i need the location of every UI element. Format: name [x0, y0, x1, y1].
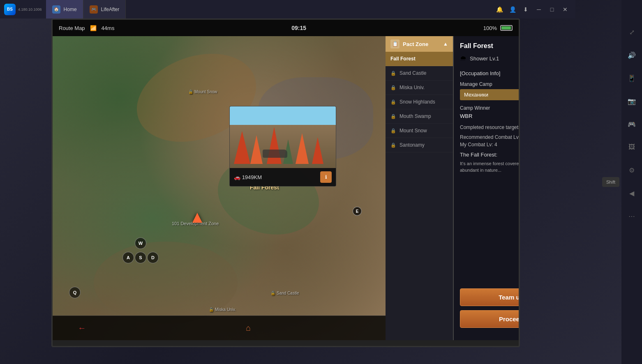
shift-button[interactable]: Shift [602, 177, 619, 187]
description-section: The Fall Forest: It's an immense forest … [460, 152, 520, 174]
preview-info-btn[interactable]: ℹ [320, 171, 332, 183]
arrow-icon[interactable]: ◀ [624, 186, 639, 200]
proceed-button[interactable]: Proceed [460, 310, 520, 328]
download-icon[interactable]: ⬇ [522, 6, 530, 13]
sand-castle-lock-icon: 🔒 [390, 71, 396, 76]
weather-row: 🌧 Shower Lv.1 [460, 55, 520, 62]
minimize-btn[interactable]: ─ [535, 6, 543, 13]
tab-home-label: Home [64, 7, 77, 12]
mouth-swamp-label: Mouth Swamp [400, 113, 431, 119]
snow-highlands-label: Snow Highlands [400, 99, 435, 105]
weather-text: Shower Lv.1 [470, 55, 499, 62]
preview-image [230, 106, 336, 168]
info-panel-title: Fall Forest [460, 42, 520, 50]
tab-lifeafter-label: LifeAfter [101, 7, 120, 12]
game-status-bar: Route Map 📶 44ms 09:15 100% [53, 20, 519, 36]
account-icon[interactable]: 👤 [508, 6, 517, 13]
expand-icon[interactable]: ⤢ [624, 25, 639, 39]
back-button[interactable]: ← [65, 320, 98, 336]
player-arrow [192, 213, 202, 223]
sand-castle-label: Sand Castle [400, 70, 426, 76]
description-title: The Fall Forest: [460, 152, 520, 158]
close-btn[interactable]: ✕ [561, 6, 569, 13]
wifi-icon: 📶 [90, 25, 97, 31]
manage-camp-label: Manage Camp [460, 81, 520, 87]
tab-lifeafter[interactable]: 🎮 LifeAfter [83, 0, 126, 18]
occupation-label: [Occupation Info] [460, 70, 500, 76]
description-text: It's an immense forest covered with red … [460, 160, 520, 174]
pact-zone-header-left: 📋 Pact Zone [390, 39, 428, 48]
action-buttons: Team up Proceed [460, 288, 520, 328]
more-icon[interactable]: ⋯ [624, 209, 639, 223]
top-bar-controls: 🔔 👤 ⬇ ─ □ ✕ [489, 0, 575, 18]
w-key[interactable]: W [135, 237, 146, 249]
location-item-sand-castle[interactable]: 🔒 Sand Castle [386, 66, 453, 81]
right-sidebar: ⤢ 🔊 📱 📷 🎮 🖼 ⚙ ◀ ⋯ [621, 0, 642, 364]
battery-bar [500, 25, 513, 31]
game-area: Route Map 📶 44ms 09:15 100% 🔒 [51, 18, 520, 347]
location-item-fall-forest[interactable]: Fall Forest [386, 52, 453, 66]
team-up-button[interactable]: Team up [460, 288, 520, 306]
occupation-header: [Occupation Info] 📋 [460, 68, 520, 78]
notification-icon[interactable]: 🔔 [495, 6, 503, 13]
route-map-label: Route Map [59, 25, 85, 31]
status-right: 100% [483, 25, 513, 31]
e-key[interactable]: E [353, 207, 362, 216]
battery-fill [501, 26, 511, 30]
pact-zone-label: Pact Zone [403, 41, 428, 47]
location-sidebar: 📋 Pact Zone ▲ Fall Forest 🔒 Sand Castle … [386, 36, 453, 340]
mount-snow-lock-icon: 🔒 [390, 128, 396, 134]
a-key[interactable]: A [122, 252, 134, 263]
back-arrow-icon: ← [78, 323, 86, 333]
camp-winner-label: Camp Winner [460, 105, 520, 111]
map-container[interactable]: 🔒 Mount Snow wHighlands Fall Forest 101 … [53, 36, 386, 340]
snow-highlands-lock-icon: 🔒 [390, 99, 396, 105]
portrait-icon[interactable]: 📱 [624, 71, 639, 85]
ping-label: 44ms [102, 25, 115, 31]
bs-version: 4.180.10.1006 [18, 7, 42, 12]
gamepad-icon[interactable]: 🎮 [624, 117, 639, 131]
mouth-swamp-lock-icon: 🔒 [390, 114, 396, 119]
santonamy-lock-icon: 🔒 [390, 143, 396, 148]
location-item-santonamy[interactable]: 🔒 Santonamy [386, 138, 453, 152]
miska-lock-icon: 🔒 [390, 85, 396, 90]
home-tab-icon: 🏠 [52, 5, 60, 14]
d-key[interactable]: D [147, 252, 159, 263]
combat-lv-mine: My Combat Lv: 4 [460, 142, 520, 147]
camp-name-box: Механики [460, 89, 520, 100]
terrain-patch-3 [94, 242, 238, 324]
settings-icon[interactable]: ⚙ [624, 163, 639, 177]
s-key[interactable]: S [135, 252, 146, 263]
camp-winner-value: WBR [460, 113, 520, 119]
resource-text: Completed resource targets too [460, 124, 520, 131]
combat-lv-recommended: Recommended Combat Lv: 1 [460, 134, 520, 140]
q-key[interactable]: Q [69, 287, 81, 298]
preview-distance: 🚗 1949KM [234, 174, 262, 180]
fall-forest-label: Fall Forest [390, 56, 416, 62]
lifeafter-tab-icon: 🎮 [90, 5, 98, 14]
pact-zone-header[interactable]: 📋 Pact Zone ▲ [386, 36, 453, 52]
bluestacks-frame: BS 4.180.10.1006 🏠 Home 🎮 LifeAfter 🔔 👤 … [0, 0, 642, 364]
bluestacks-icon: BS [4, 4, 16, 15]
location-item-snow-highlands[interactable]: 🔒 Snow Highlands [386, 95, 453, 109]
top-bar: BS 4.180.10.1006 🏠 Home 🎮 LifeAfter 🔔 👤 … [0, 0, 575, 18]
miska-label: Miska Univ. [400, 85, 425, 90]
bluestacks-logo: BS 4.180.10.1006 [0, 4, 46, 15]
home-button[interactable]: ⌂ [232, 320, 265, 336]
volume-icon[interactable]: 🔊 [624, 48, 639, 62]
location-item-miska[interactable]: 🔒 Miska Univ. [386, 81, 453, 95]
location-item-mouth-swamp[interactable]: 🔒 Mouth Swamp [386, 109, 453, 124]
pact-zone-chevron: ▲ [443, 41, 448, 47]
tab-home[interactable]: 🏠 Home [46, 0, 83, 18]
maximize-btn[interactable]: □ [548, 6, 556, 13]
image-icon[interactable]: 🖼 [624, 140, 639, 154]
preview-bottom: 🚗 1949KM ℹ [230, 168, 336, 186]
bottom-nav: ← ⌂ [53, 316, 386, 340]
location-item-mount-snow[interactable]: 🔒 Mount Snow [386, 124, 453, 138]
battery-percent: 100% [483, 25, 497, 31]
status-left: Route Map 📶 44ms [59, 25, 114, 31]
santonamy-label: Santonamy [400, 142, 425, 148]
mount-snow-label: Mount Snow [400, 128, 427, 134]
camera-icon[interactable]: 📷 [624, 94, 639, 108]
info-panel: Fall Forest 🌧 Shower Lv.1 [Occupation In… [453, 36, 520, 340]
